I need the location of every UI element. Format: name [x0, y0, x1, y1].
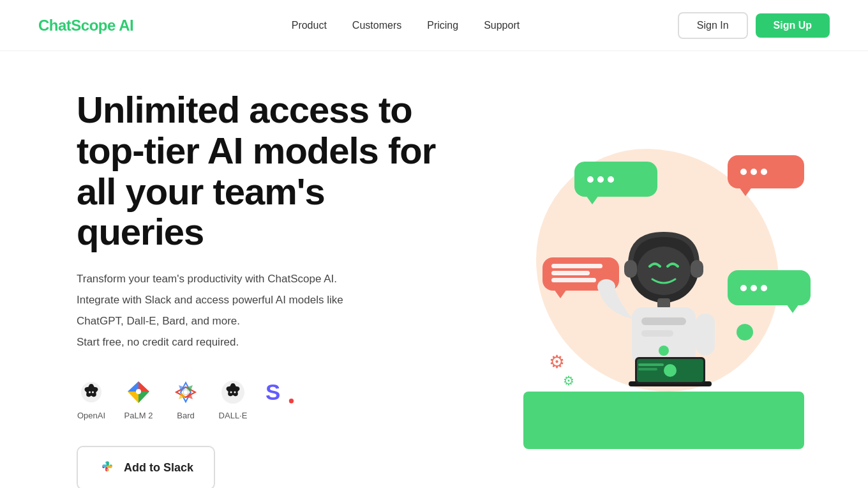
add-to-slack-label: Add to Slack — [124, 461, 193, 475]
hero-section: Unlimited access to top-tier AI models f… — [0, 51, 868, 488]
speech-bubble-green-2 — [728, 270, 811, 305]
palm2-label: PaLM 2 — [124, 411, 153, 420]
openai-icon — [77, 377, 106, 407]
hero-desc-line3: ChatGPT, Dall-E, Bard, and more. — [77, 312, 460, 331]
dalle-icon — [218, 377, 248, 407]
svg-rect-15 — [641, 317, 686, 325]
svg-point-18 — [597, 279, 615, 294]
main-nav: Product Customers Pricing Support — [292, 20, 520, 31]
svg-point-2 — [136, 389, 141, 394]
svg-point-6 — [234, 391, 236, 393]
integration-stripe: S Stripe — [266, 377, 295, 420]
svg-rect-13 — [657, 298, 670, 309]
speech-bubble-salmon — [728, 155, 804, 188]
svg-point-12 — [637, 247, 691, 295]
signin-button[interactable]: Sign In — [678, 12, 748, 39]
header: ChatScope AI Product Customers Pricing S… — [0, 0, 868, 51]
svg-point-3 — [183, 390, 188, 395]
nav-pricing[interactable]: Pricing — [427, 20, 458, 31]
palm2-icon — [124, 377, 153, 407]
bard-icon — [171, 377, 200, 407]
hero-title: Unlimited access to top-tier AI models f… — [77, 89, 460, 252]
integrations-row: OpenAI PaLM 2 — [77, 377, 460, 420]
integration-openai: OpenAI — [77, 377, 106, 420]
logo: ChatScope AI — [38, 17, 133, 34]
integration-bard: Bard — [171, 377, 200, 420]
gear-icon-1: ⚙ — [549, 351, 565, 372]
svg-point-23 — [664, 364, 677, 377]
nav-support[interactable]: Support — [484, 20, 520, 31]
add-to-slack-button[interactable]: Add to Slack — [77, 446, 215, 488]
robot-figure — [594, 210, 734, 411]
svg-rect-24 — [638, 363, 664, 366]
nav-customers[interactable]: Customers — [352, 20, 401, 31]
stripe-icon: S — [266, 377, 295, 407]
svg-rect-10 — [624, 260, 637, 278]
dalle-label: DALL·E — [219, 411, 248, 420]
hero-desc-line4: Start free, no credit card required. — [77, 333, 460, 352]
svg-rect-16 — [641, 330, 673, 337]
integration-palm2: PaLM 2 — [124, 377, 153, 420]
svg-point-1 — [92, 391, 94, 393]
header-buttons: Sign In Sign Up — [678, 12, 830, 39]
integration-dalle: DALL·E — [218, 377, 248, 420]
hero-description: Transform your team's productivity with … — [77, 270, 460, 352]
svg-rect-11 — [691, 260, 703, 278]
robot-illustration: ⚙ ⚙ — [511, 123, 817, 455]
speech-bubble-green-1 — [574, 162, 657, 197]
hero-left: Unlimited access to top-tier AI models f… — [77, 89, 460, 488]
svg-point-17 — [659, 346, 669, 356]
svg-rect-19 — [696, 314, 715, 355]
svg-point-0 — [89, 391, 91, 393]
bard-label: Bard — [177, 411, 194, 420]
hero-desc-line1: Transform your team's productivity with … — [77, 270, 460, 289]
svg-rect-25 — [638, 368, 657, 370]
signup-button[interactable]: Sign Up — [756, 13, 830, 38]
openai-label: OpenAI — [77, 411, 105, 420]
svg-point-5 — [230, 391, 232, 393]
svg-text:S: S — [266, 379, 280, 404]
gear-icon-2: ⚙ — [563, 373, 574, 388]
svg-point-8 — [289, 399, 294, 403]
hero-desc-line2: Integrate with Slack and access powerful… — [77, 291, 460, 310]
hero-illustration: ⚙ ⚙ — [498, 123, 830, 455]
nav-product[interactable]: Product — [292, 20, 327, 31]
slack-icon — [98, 457, 116, 478]
